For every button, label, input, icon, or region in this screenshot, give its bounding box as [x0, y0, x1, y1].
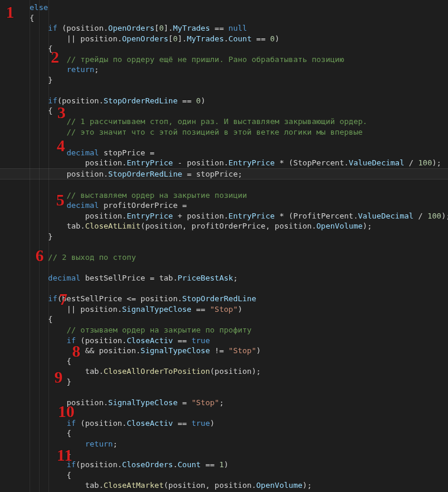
code-line: { — [30, 356, 448, 367]
code-line: if (position.OpenOrders[0].MyTrades == n… — [30, 23, 448, 34]
code-line: // 2 выход по стопу — [30, 252, 448, 263]
code-line: else — [30, 2, 448, 13]
code-line: // отзываем ордер на закрытие по профиту — [30, 325, 448, 335]
code-line — [30, 242, 448, 253]
code-line: } — [30, 232, 448, 242]
code-line: tab.CloseAtMarket(position, position.Ope… — [30, 480, 448, 491]
code-line: position.EntryPrice + position.EntryPric… — [30, 211, 448, 221]
code-line: } — [30, 377, 448, 387]
code-line — [30, 408, 448, 418]
code-line — [30, 284, 448, 294]
code-editor[interactable]: else { if (position.OpenOrders[0].MyTrad… — [0, 0, 448, 492]
code-line: } — [30, 75, 448, 86]
code-line: if(bestSellPrice <= position.StopOrderRe… — [30, 294, 448, 304]
code-line: decimal bestSellPrice = tab.PriceBestAsk… — [30, 273, 448, 284]
code-line: || position.OpenOrders[0].MyTrades.Count… — [30, 34, 448, 44]
code-line: { — [30, 314, 448, 325]
code-line: { — [30, 470, 448, 481]
code-line — [30, 137, 448, 148]
code-line — [30, 85, 448, 96]
code-line: || position.SignalTypeClose == "Stop") — [30, 304, 448, 315]
code-line: // 1 рассчитываем стоп, один раз. И выст… — [30, 116, 448, 127]
code-line: position.EntryPrice - position.EntryPric… — [30, 158, 448, 168]
code-line: if (position.CloseActiv == true) — [30, 418, 448, 429]
code-line: decimal profitOrderPrice = — [30, 200, 448, 211]
code-line: && position.SignalTypeClose != "Stop") — [30, 346, 448, 356]
code-line: if(position.CloseOrders.Count == 1) — [30, 460, 448, 470]
code-line — [30, 180, 448, 190]
code-line: { — [30, 44, 448, 54]
code-line: } — [30, 449, 448, 460]
code-line — [30, 263, 448, 273]
code-line: { — [30, 13, 448, 24]
code-line: return; — [30, 64, 448, 75]
code-line: if(position.StopOrderRedLine == 0) — [30, 96, 448, 106]
code-line: { — [30, 428, 448, 439]
code-line: if (position.CloseActiv == true — [30, 335, 448, 346]
code-line: position.SignalTypeClose = "Stop"; — [30, 397, 448, 408]
code-line: // это значит что с этой позицией в этой… — [30, 127, 448, 138]
code-line: tab.CloseAllOrderToPosition(position); — [30, 366, 448, 377]
code-line: { — [30, 106, 448, 116]
code-line — [30, 387, 448, 397]
code-line-highlighted: position.StopOrderRedLine = stopPrice; — [0, 168, 448, 180]
code-line: // трейды по ордеру ещё не пришли. Рано … — [30, 54, 448, 65]
code-line: decimal stopPrice = — [30, 148, 448, 158]
code-line: return; — [30, 439, 448, 449]
code-line: tab.CloseAtLimit(position, profitOrderPr… — [30, 221, 448, 232]
keyword-else: else — [30, 3, 48, 12]
code-line: // выставляем ордер на закрытие позиции — [30, 190, 448, 201]
